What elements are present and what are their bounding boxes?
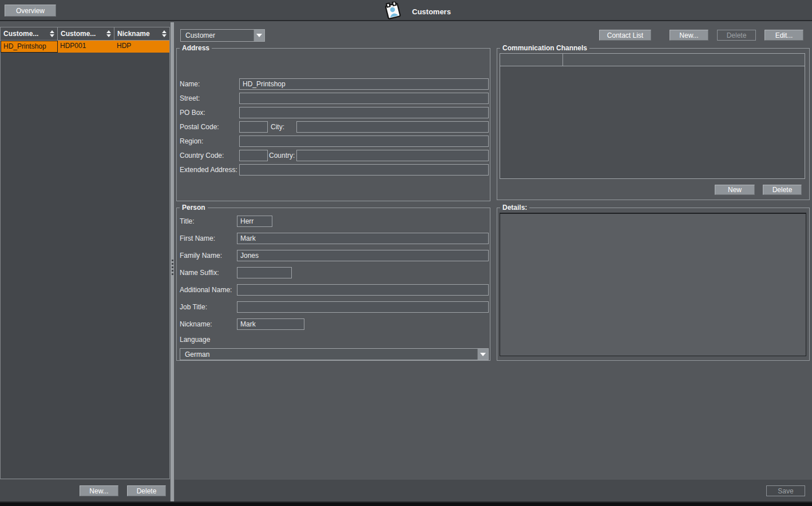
address-groupbox: Address Name: Street: PO Box: Postal Cod…	[176, 48, 490, 201]
sort-icon	[50, 30, 54, 37]
communication-channels-groupbox: Communication Channels New Delete	[497, 48, 810, 200]
chevron-down-icon[interactable]	[253, 30, 264, 41]
language-label: Language	[180, 334, 210, 345]
column-header-customer-name[interactable]: Custome...	[1, 27, 58, 41]
sort-icon	[162, 30, 167, 37]
city-label: City:	[271, 121, 284, 133]
communication-channels-legend: Communication Channels	[500, 44, 589, 52]
details-groupbox: Details:	[497, 208, 810, 361]
page-title-wrap: Customers	[382, 2, 451, 22]
customer-type-dropdown[interactable]: Customer	[180, 29, 265, 42]
new-channel-button[interactable]: New	[715, 185, 755, 195]
column-header-nickname[interactable]: Nickname	[114, 27, 169, 41]
save-button[interactable]: Save	[766, 485, 805, 496]
cc-column-header-type[interactable]	[500, 54, 563, 66]
name-field[interactable]	[239, 78, 489, 90]
details-legend: Details:	[500, 204, 529, 212]
extended-address-field[interactable]	[239, 164, 489, 176]
name-label: Name:	[180, 78, 200, 90]
table-row[interactable]: HD_Printshop HDP001 HDP	[1, 41, 169, 53]
language-dropdown[interactable]: German	[180, 348, 489, 360]
family-name-label: Family Name:	[180, 250, 222, 261]
communication-channels-table	[500, 53, 805, 179]
first-name-field[interactable]	[237, 233, 489, 244]
nickname-field[interactable]	[237, 318, 304, 330]
job-title-label: Job Title:	[180, 301, 207, 313]
region-field[interactable]	[239, 136, 489, 147]
new-customer-button[interactable]: New...	[670, 30, 708, 41]
cell-customer-name[interactable]: HD_Printshop	[1, 41, 58, 53]
customer-type-value: Customer	[181, 31, 253, 39]
family-name-field[interactable]	[237, 250, 489, 261]
country-label: Country:	[269, 150, 295, 161]
customers-screen: Overview Customers Custome...	[0, 0, 812, 506]
cell-nickname[interactable]: HDP	[114, 41, 169, 53]
country-field[interactable]	[296, 150, 489, 161]
region-label: Region:	[180, 136, 203, 147]
column-header-customer-number[interactable]: Custome...	[58, 27, 114, 41]
sort-icon	[106, 30, 111, 37]
delete-channel-button[interactable]: Delete	[763, 185, 802, 195]
cc-table-header-row	[500, 54, 805, 66]
delete-list-entry-button[interactable]: Delete	[127, 485, 166, 496]
person-legend: Person	[180, 204, 208, 212]
top-bar: Overview Customers	[0, 0, 812, 21]
table-header-row: Custome... Custome... Nickname	[1, 27, 169, 41]
pobox-field[interactable]	[239, 107, 489, 118]
street-label: Street:	[180, 93, 200, 104]
first-name-label: First Name:	[180, 233, 215, 244]
title-field[interactable]	[237, 216, 272, 227]
title-label: Title:	[180, 216, 195, 227]
nickname-label: Nickname:	[180, 318, 212, 330]
bottom-bar: New... Delete Save	[0, 480, 812, 501]
edit-customer-button[interactable]: Edit...	[765, 30, 803, 41]
bottom-strip	[0, 501, 812, 506]
page-title: Customers	[412, 7, 451, 16]
language-value: German	[180, 350, 477, 358]
column-header-label: Custome...	[3, 30, 38, 38]
city-field[interactable]	[296, 121, 489, 133]
extended-address-label: Extended Address:	[180, 164, 237, 176]
delete-customer-button[interactable]: Delete	[717, 30, 756, 41]
name-suffix-label: Name Suffix:	[180, 267, 219, 278]
details-textarea[interactable]	[500, 213, 806, 356]
cc-column-header-value[interactable]	[563, 54, 805, 66]
job-title-field[interactable]	[237, 301, 489, 313]
street-field[interactable]	[239, 93, 489, 104]
postal-code-field[interactable]	[239, 121, 268, 133]
new-list-entry-button[interactable]: New...	[80, 485, 118, 496]
address-legend: Address	[180, 44, 212, 52]
person-groupbox: Person Title: First Name: Family Name: N…	[176, 208, 490, 361]
name-suffix-field[interactable]	[237, 267, 292, 278]
cell-customer-number[interactable]: HDP001	[58, 41, 114, 53]
column-header-label: Custome...	[61, 30, 96, 38]
country-code-field[interactable]	[239, 150, 268, 161]
pobox-label: PO Box:	[180, 107, 205, 118]
splitter-handle[interactable]	[170, 22, 175, 501]
additional-name-label: Additional Name:	[180, 284, 232, 296]
postal-code-label: Postal Code:	[180, 121, 219, 133]
customer-list-table: Custome... Custome... Nickname HD_Prints…	[0, 27, 170, 479]
chevron-down-icon[interactable]	[477, 349, 488, 360]
customers-icon	[382, 2, 403, 22]
country-code-label: Country Code:	[180, 150, 224, 161]
splitter-grip-icon	[171, 258, 173, 277]
column-header-label: Nickname	[117, 30, 150, 38]
contact-list-button[interactable]: Contact List	[599, 30, 651, 41]
additional-name-field[interactable]	[237, 284, 489, 296]
overview-button[interactable]: Overview	[5, 5, 56, 17]
